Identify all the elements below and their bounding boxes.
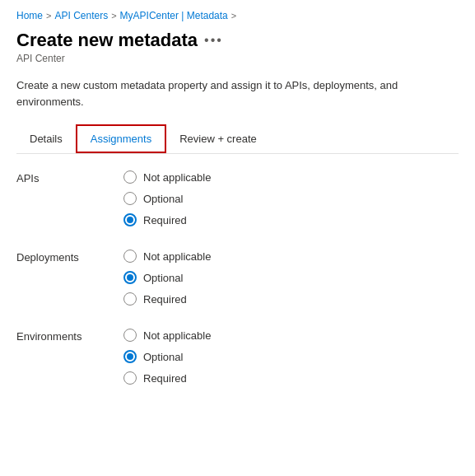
label-apis: APIs: [16, 170, 123, 226]
label-environments: Environments: [16, 329, 123, 385]
radio-item-env-optional[interactable]: Optional: [123, 350, 211, 363]
tab-details[interactable]: Details: [16, 126, 76, 152]
section-deployments: DeploymentsNot applicableOptionalRequire…: [16, 250, 459, 306]
radio-label-apis-optional: Optional: [143, 193, 183, 205]
radio-group-environments: Not applicableOptionalRequired: [123, 329, 211, 385]
breadcrumb-sep1: >: [46, 11, 51, 21]
radio-item-env-na[interactable]: Not applicable: [123, 329, 211, 342]
radio-dep-required[interactable]: [123, 292, 137, 306]
page-description: Create a new custom metadata property an…: [16, 77, 459, 110]
radio-item-apis-required[interactable]: Required: [123, 213, 211, 226]
radio-label-env-na: Not applicable: [143, 329, 211, 342]
breadcrumb: Home > API Centers > MyAPICenter | Metad…: [16, 10, 459, 21]
breadcrumb-sep2: >: [111, 11, 116, 21]
radio-label-env-optional: Optional: [143, 351, 183, 363]
breadcrumb-api-centers[interactable]: API Centers: [54, 10, 108, 21]
radio-env-required[interactable]: [123, 371, 137, 385]
radio-label-apis-required: Required: [143, 214, 187, 226]
radio-item-dep-required[interactable]: Required: [123, 292, 211, 306]
radio-item-dep-optional[interactable]: Optional: [123, 271, 211, 284]
section-environments: EnvironmentsNot applicableOptionalRequir…: [16, 329, 459, 385]
radio-label-dep-optional: Optional: [143, 272, 183, 284]
tab-assignments[interactable]: Assignments: [76, 124, 166, 153]
radio-group-apis: Not applicableOptionalRequired: [123, 170, 211, 226]
radio-item-dep-na[interactable]: Not applicable: [123, 250, 211, 263]
radio-item-apis-na[interactable]: Not applicable: [123, 170, 211, 184]
label-deployments: Deployments: [16, 250, 123, 306]
radio-dep-na[interactable]: [123, 250, 137, 263]
page-header: Create new metadata •••: [16, 30, 459, 51]
radio-item-env-required[interactable]: Required: [123, 371, 211, 385]
form-sections: APIsNot applicableOptionalRequiredDeploy…: [16, 170, 459, 385]
tabs-container: Details Assignments Review + create: [16, 124, 459, 154]
radio-label-dep-required: Required: [143, 293, 187, 306]
radio-apis-na[interactable]: [123, 170, 137, 184]
more-options-icon[interactable]: •••: [204, 33, 223, 48]
radio-label-env-required: Required: [143, 372, 187, 385]
page-title: Create new metadata: [16, 30, 198, 51]
radio-item-apis-optional[interactable]: Optional: [123, 192, 211, 205]
radio-apis-optional[interactable]: [123, 192, 137, 205]
radio-group-deployments: Not applicableOptionalRequired: [123, 250, 211, 306]
radio-env-na[interactable]: [123, 329, 137, 342]
breadcrumb-home[interactable]: Home: [16, 10, 43, 21]
radio-label-apis-na: Not applicable: [143, 171, 211, 184]
radio-label-dep-na: Not applicable: [143, 250, 211, 263]
tab-review-create[interactable]: Review + create: [166, 126, 270, 152]
breadcrumb-sep3: >: [231, 11, 236, 21]
radio-dep-optional[interactable]: [123, 271, 137, 284]
page-subtitle: API Center: [16, 53, 459, 64]
radio-env-optional[interactable]: [123, 350, 137, 363]
section-apis: APIsNot applicableOptionalRequired: [16, 170, 459, 226]
radio-apis-required[interactable]: [123, 213, 137, 226]
breadcrumb-my-api-center[interactable]: MyAPICenter | Metadata: [120, 10, 228, 21]
